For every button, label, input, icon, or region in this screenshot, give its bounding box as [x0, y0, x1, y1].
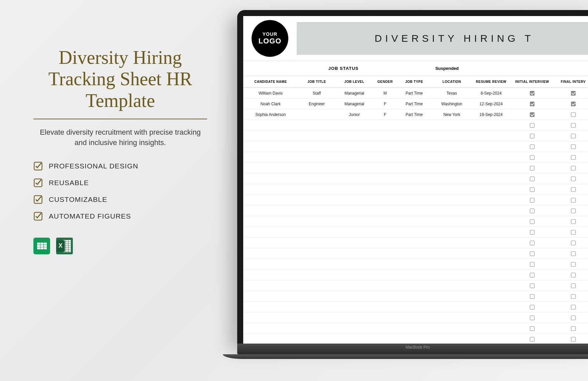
checkbox[interactable]: [571, 305, 576, 309]
title-divider: [33, 119, 207, 119]
cell-level[interactable]: Junior: [335, 109, 373, 120]
checkbox[interactable]: [571, 123, 576, 128]
checkbox[interactable]: [571, 176, 576, 181]
checkbox[interactable]: [571, 294, 576, 299]
column-header: JOB LEVEL: [335, 76, 373, 88]
table-row-empty: [243, 173, 588, 184]
checkbox[interactable]: [530, 144, 535, 149]
checkbox[interactable]: [530, 315, 535, 320]
cell-type[interactable]: Part Time: [397, 99, 431, 109]
checkbox[interactable]: [571, 91, 576, 96]
excel-icon: [56, 238, 73, 254]
column-header: GENDER: [373, 76, 397, 88]
checkbox[interactable]: [571, 251, 576, 256]
checkbox[interactable]: [571, 273, 576, 277]
checkbox[interactable]: [571, 315, 576, 320]
checkbox[interactable]: [530, 251, 535, 256]
cell-initial[interactable]: [510, 109, 554, 120]
checkbox[interactable]: [571, 155, 576, 160]
table-row: Noah ClarkEngineerManagerialFPart TimeWa…: [243, 99, 588, 109]
column-header: INITIAL INTERVIEW: [510, 76, 554, 88]
checkbox[interactable]: [571, 209, 576, 213]
cell-initial[interactable]: [510, 88, 554, 99]
column-header: LOCATION: [431, 76, 472, 88]
checkbox[interactable]: [530, 230, 535, 235]
checkbox[interactable]: [530, 326, 535, 331]
cell-resume[interactable]: 8-Sep-2024: [472, 88, 510, 99]
feature-label: PROFESSIONAL DESIGN: [49, 162, 138, 170]
checkbox[interactable]: [530, 273, 535, 277]
cell-title[interactable]: [298, 109, 336, 120]
cell-final[interactable]: [554, 99, 588, 109]
feature-item: CUSTOMIZABLE: [33, 195, 207, 204]
checkbox[interactable]: [530, 219, 535, 224]
cell-gender[interactable]: M: [373, 88, 397, 99]
checkbox[interactable]: [530, 166, 535, 170]
checkbox[interactable]: [530, 305, 535, 309]
checkbox[interactable]: [571, 112, 576, 117]
cell-level[interactable]: Managerial: [335, 88, 373, 99]
checkbox[interactable]: [571, 198, 576, 203]
checkbox[interactable]: [571, 144, 576, 149]
check-icon: [33, 178, 43, 187]
cell-gender[interactable]: F: [373, 109, 397, 120]
table-row: Sophia AndersonJuniorFPart TimeNew York1…: [243, 109, 588, 120]
checkbox[interactable]: [530, 209, 535, 213]
checkbox[interactable]: [530, 198, 535, 203]
checkbox[interactable]: [571, 166, 576, 170]
job-status-value[interactable]: Suspended: [390, 61, 504, 76]
cell-resume[interactable]: 12-Sep-2024: [472, 99, 510, 109]
cell-location[interactable]: Washington: [431, 99, 472, 109]
checkbox[interactable]: [530, 176, 535, 181]
tracking-table: CANDIDATE NAMEJOB TITLEJOB LEVELGENDERJO…: [243, 76, 588, 344]
cell-level[interactable]: Managerial: [335, 99, 373, 109]
cell-location[interactable]: New York: [431, 109, 472, 120]
feature-list: PROFESSIONAL DESIGNREUSABLECUSTOMIZABLEA…: [33, 161, 207, 221]
checkbox[interactable]: [571, 134, 576, 138]
cell-resume[interactable]: 19-Sep-2024: [472, 109, 510, 120]
checkbox[interactable]: [530, 187, 535, 192]
column-header: FINAL INTERV: [554, 76, 588, 88]
checkbox[interactable]: [571, 241, 576, 245]
table-row-empty: [243, 280, 588, 291]
column-header: JOB TYPE: [397, 76, 431, 88]
table-row-empty: [243, 302, 588, 312]
checkbox[interactable]: [571, 219, 576, 224]
checkbox[interactable]: [571, 283, 576, 288]
feature-item: REUSABLE: [33, 178, 207, 187]
cell-title[interactable]: Staff: [298, 88, 336, 99]
checkbox[interactable]: [571, 187, 576, 192]
checkbox[interactable]: [571, 326, 576, 331]
cell-final[interactable]: [554, 88, 588, 99]
checkbox[interactable]: [530, 102, 535, 106]
checkbox[interactable]: [530, 155, 535, 160]
checkbox[interactable]: [530, 134, 535, 138]
cell-type[interactable]: Part Time: [397, 109, 431, 120]
checkbox[interactable]: [530, 294, 535, 299]
google-sheets-icon: [33, 238, 50, 254]
checkbox[interactable]: [571, 337, 576, 342]
feature-label: CUSTOMIZABLE: [49, 196, 107, 204]
cell-name[interactable]: William Davis: [243, 88, 298, 99]
checkbox[interactable]: [530, 241, 535, 245]
checkbox[interactable]: [571, 230, 576, 235]
cell-gender[interactable]: F: [373, 99, 397, 109]
checkbox[interactable]: [571, 262, 576, 267]
checkbox[interactable]: [530, 283, 535, 288]
cell-name[interactable]: Sophia Anderson: [243, 109, 298, 120]
checkbox[interactable]: [530, 112, 535, 117]
cell-name[interactable]: Noah Clark: [243, 99, 298, 109]
cell-initial[interactable]: [510, 99, 554, 109]
table-row: William DavisStaffManagerialMPart TimeTe…: [243, 88, 588, 99]
table-row-empty: [243, 334, 588, 344]
checkbox[interactable]: [530, 337, 535, 342]
checkbox[interactable]: [530, 262, 535, 267]
checkbox[interactable]: [530, 123, 535, 128]
cell-title[interactable]: Engineer: [298, 99, 336, 109]
cell-location[interactable]: Texas: [431, 88, 472, 99]
checkbox[interactable]: [530, 91, 535, 96]
feature-item: AUTOMATED FIGURES: [33, 212, 207, 221]
cell-final[interactable]: [554, 109, 588, 120]
cell-type[interactable]: Part Time: [397, 88, 431, 99]
checkbox[interactable]: [571, 102, 576, 106]
